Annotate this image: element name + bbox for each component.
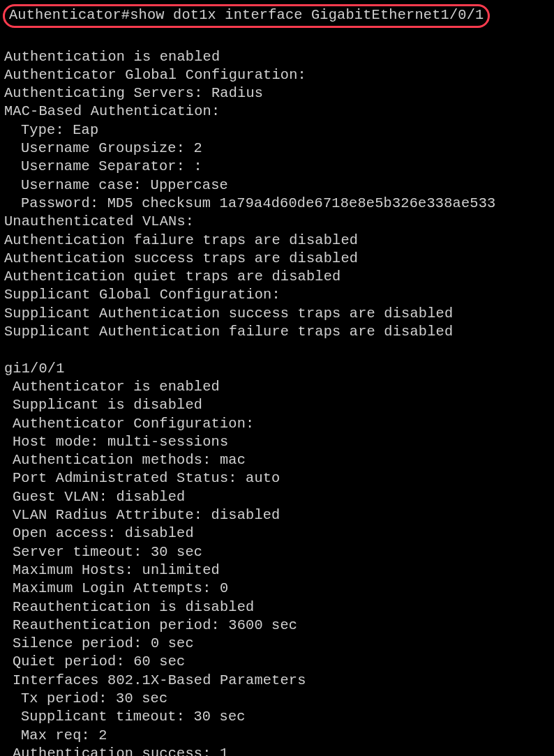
output-line: Port Administrated Status: auto — [4, 469, 550, 487]
output-line: Interfaces 802.1X-Based Parameters — [4, 672, 550, 690]
output-line: Reauthentication period: 3600 sec — [4, 617, 550, 635]
output-line: Open access: disabled — [4, 524, 550, 543]
output-line: Authentication success: 1 — [4, 745, 550, 756]
output-line: Quiet period: 60 sec — [4, 653, 550, 671]
output-line: Tx period: 30 sec — [4, 690, 550, 708]
output-line: Username Separator: : — [4, 158, 550, 176]
output-line: Authentication is enabled — [4, 48, 550, 66]
output-line: Host mode: multi-sessions — [4, 433, 550, 451]
output-line: Supplicant Authentication failure traps … — [4, 323, 550, 341]
output-line: Type: Eap — [4, 121, 550, 139]
interface-name: gi1/0/1 — [4, 360, 550, 378]
output-line: Maximum Login Attempts: 0 — [4, 580, 550, 598]
output-line: VLAN Radius Attribute: disabled — [4, 506, 550, 524]
output-line: Authenticator Configuration: — [4, 415, 550, 433]
output-line: Username case: Uppercase — [4, 176, 550, 195]
blank-line — [4, 29, 550, 47]
output-line: Maximum Hosts: unlimited — [4, 561, 550, 580]
output-line: Guest VLAN: disabled — [4, 488, 550, 506]
output-line: Unauthenticated VLANs: — [4, 213, 550, 231]
output-line: Authentication quiet traps are disabled — [4, 268, 550, 286]
output-line: Authenticator is enabled — [4, 378, 550, 396]
output-line: Password: MD5 checksum 1a79a4d60de6718e8… — [4, 195, 550, 213]
blank-line — [4, 341, 550, 359]
output-line: Supplicant timeout: 30 sec — [4, 708, 550, 726]
output-line: Username Groupsize: 2 — [4, 139, 550, 158]
output-line: Authentication success traps are disable… — [4, 250, 550, 268]
command-prompt-highlight: Authenticator#show dot1x interface Gigab… — [3, 4, 490, 28]
output-line: MAC-Based Authentication: — [4, 103, 550, 121]
prompt-command[interactable]: show dot1x interface GigabitEthernet1/0/… — [130, 7, 484, 23]
output-line: Authentication methods: mac — [4, 451, 550, 469]
output-line: Authentication failure traps are disable… — [4, 232, 550, 250]
output-line: Supplicant Authentication success traps … — [4, 305, 550, 323]
output-line: Reauthentication is disabled — [4, 598, 550, 617]
prompt-hostname: Authenticator# — [9, 7, 130, 23]
output-line: Supplicant is disabled — [4, 396, 550, 414]
output-line: Server timeout: 30 sec — [4, 543, 550, 561]
output-line: Authenticator Global Configuration: — [4, 66, 550, 84]
output-line: Authenticating Servers: Radius — [4, 84, 550, 103]
output-line: Max req: 2 — [4, 727, 550, 745]
output-line: Supplicant Global Configuration: — [4, 286, 550, 304]
output-line: Silence period: 0 sec — [4, 635, 550, 653]
